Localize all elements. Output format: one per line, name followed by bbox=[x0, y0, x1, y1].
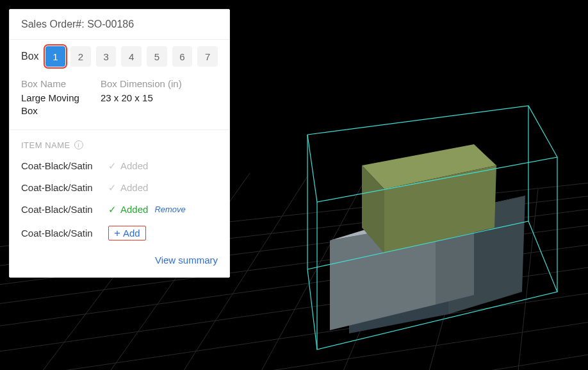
box-details: Box Name Large Moving Box Box Dimension … bbox=[10, 76, 229, 130]
box-tab-2[interactable]: 2 bbox=[70, 46, 91, 67]
item-row: Coat-Black/Satin ✓ Added bbox=[10, 155, 229, 177]
item-status: Added bbox=[120, 182, 148, 193]
plus-icon: + bbox=[114, 228, 120, 239]
box-name-value: Large Moving Box bbox=[21, 92, 85, 118]
item-status: Added bbox=[120, 160, 148, 171]
box-tab-5[interactable]: 5 bbox=[147, 46, 167, 67]
box-tab-4[interactable]: 4 bbox=[121, 46, 142, 67]
panel-header: Sales Order#: SO-00186 bbox=[10, 10, 229, 40]
remove-link[interactable]: Remove bbox=[154, 205, 185, 214]
box-tab-1[interactable]: 1 bbox=[45, 46, 66, 67]
check-icon: ✓ bbox=[108, 182, 117, 194]
info-icon[interactable]: i bbox=[74, 140, 83, 149]
box-label: Box bbox=[21, 51, 39, 62]
add-text: Add bbox=[123, 228, 140, 239]
order-number: SO-00186 bbox=[87, 19, 134, 29]
box-selector: Box 1 2 3 4 5 6 7 bbox=[10, 40, 229, 76]
check-icon: ✓ bbox=[108, 204, 117, 215]
item-row: Coat-Black/Satin + Add bbox=[10, 221, 229, 246]
box-tab-6[interactable]: 6 bbox=[172, 46, 193, 67]
items-header-text: ITEM NAME bbox=[21, 140, 70, 150]
item-status: Added bbox=[120, 204, 148, 215]
svg-line-7 bbox=[0, 317, 588, 370]
order-prefix: Sales Order#: bbox=[21, 19, 85, 29]
items-header: ITEM NAME i bbox=[10, 130, 229, 155]
box-dim-label: Box Dimension (in) bbox=[101, 78, 182, 89]
add-button[interactable]: + Add bbox=[108, 226, 146, 240]
item-name: Coat-Black/Satin bbox=[21, 160, 108, 171]
box-dim-value: 23 x 20 x 15 bbox=[101, 92, 182, 105]
svg-line-6 bbox=[0, 289, 588, 370]
box-tab-3[interactable]: 3 bbox=[96, 46, 117, 67]
box-tab-7[interactable]: 7 bbox=[197, 46, 218, 67]
view-summary-link[interactable]: View summary bbox=[155, 255, 218, 265]
box-name-label: Box Name bbox=[21, 78, 85, 89]
item-row: Coat-Black/Satin ✓ Added Remove bbox=[10, 199, 229, 221]
order-panel: Sales Order#: SO-00186 Box 1 2 3 4 5 6 7… bbox=[9, 9, 230, 278]
item-name: Coat-Black/Satin bbox=[21, 228, 108, 239]
panel-footer: View summary bbox=[10, 246, 229, 277]
item-name: Coat-Black/Satin bbox=[21, 204, 108, 215]
item-name: Coat-Black/Satin bbox=[21, 182, 108, 193]
check-icon: ✓ bbox=[108, 160, 117, 172]
item-row: Coat-Black/Satin ✓ Added bbox=[10, 177, 229, 199]
